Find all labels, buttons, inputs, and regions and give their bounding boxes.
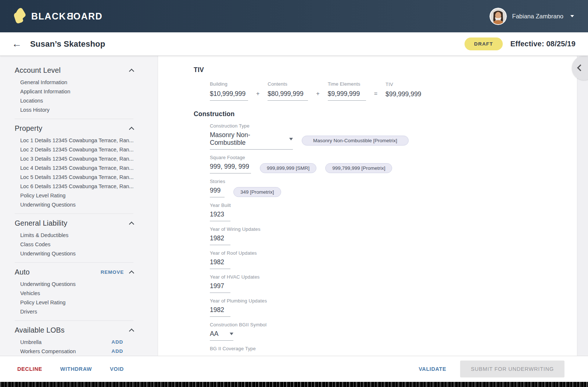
square-footage-field: Square Footage 999, 999, 999 999,899,999… [210,155,588,173]
brand-logo: BLACKBOARD [13,7,103,25]
page-header: ← Susan’s Skateshop DRAFT Effective: 08/… [0,32,588,56]
sidebar-item-loc-6[interactable]: Loc 6 Details 12345 Cowabunga Terrace, R… [15,182,133,191]
tiv-time-elements-field: Time Elements $9,999,999 [328,81,366,101]
sidebar-item-workers-compensation[interactable]: Workers Compensation ADD [15,347,133,356]
construction-type-field: Construction Type Masonry Non-Combustibl… [210,123,588,150]
sidebar-item-limits-deductibles[interactable]: Limits & Deductibles [15,230,133,240]
void-button[interactable]: VOID [110,366,124,372]
sidebar-item-loc-4[interactable]: Loc 4 Details 12345 Cowabunga Terrace, R… [15,163,133,172]
tiv-section-heading: TIV [194,66,588,74]
sidebar-item-loc-5[interactable]: Loc 5 Details 12345 Cowabunga Terrace, R… [15,172,133,182]
square-footage-input[interactable]: 999, 999, 999 [210,163,251,173]
sidebar-item-loss-history[interactable]: Loss History [15,105,133,114]
status-badge: DRAFT [465,37,503,50]
chevron-up-icon[interactable] [129,68,134,74]
chevron-left-icon [577,64,584,71]
top-navbar: BLACKBOARD Fabiana Zambrano [0,0,588,32]
field-label: Construction Type [210,123,588,129]
year-roof-updates-input[interactable]: 1982 [210,258,230,269]
remove-auto-button[interactable]: REMOVE [101,269,124,275]
user-avatar[interactable] [490,8,507,25]
sidebar-section-account-level: Account Level General Information Applic… [0,65,158,114]
field-label: Year Built [210,203,588,208]
sidebar-item-drivers[interactable]: Drivers [15,307,133,316]
field-label: Construction BGII Symbol [210,322,588,327]
add-umbrella-button[interactable]: ADD [111,339,123,345]
year-hvac-updates-input[interactable]: 1997 [210,282,230,293]
submit-for-underwriting-button[interactable]: SUBMIT FOR UNDERWRITING [460,361,564,377]
back-arrow-icon[interactable]: ← [12,39,22,49]
sidebar-item-general-information[interactable]: General Information [15,78,133,87]
page-title: Susan’s Skateshop [30,39,105,49]
dropdown-caret-icon [289,138,293,140]
sidebar-item-umbrella[interactable]: Umbrella ADD [15,337,133,347]
tiv-contents-field: Contents $80,999,999 [268,81,308,101]
sidebar-item-policy-level-rating[interactable]: Policy Level Rating [15,191,133,200]
stories-input[interactable]: 999 [210,187,225,197]
sidebar-heading-available-lobs[interactable]: Available LOBs [15,325,133,335]
divider [15,320,133,321]
construction-bgii-symbol-select[interactable]: AA [210,330,233,341]
sidebar-item-vehicles[interactable]: Vehicles [15,289,133,298]
add-workers-compensation-button[interactable]: ADD [111,348,123,354]
bgii-coverage-type-field: BG II Coverage Type [210,346,588,351]
year-wiring-updates-field: Year of Wiring Updates 1982 [210,226,588,245]
collapsed-side-panel[interactable] [577,56,588,356]
divider [15,262,133,263]
plus-operator: + [256,90,259,101]
sidebar-item-loc-1[interactable]: Loc 1 Details 12345 Cowabunga Terrace, R… [15,136,133,145]
sidebar-item-class-codes[interactable]: Class Codes [15,240,133,249]
field-label: Time Elements [328,81,366,87]
sidebar-heading-property[interactable]: Property [15,123,133,133]
chevron-up-icon[interactable] [129,126,134,132]
chevron-up-icon[interactable] [129,328,134,333]
decline-button[interactable]: DECLINE [17,366,42,372]
sidebar-section-auto: Auto REMOVE Underwriting Questions Vehic… [0,267,158,316]
field-label: BG II Coverage Type [210,346,588,351]
sidebar-heading-general-liability[interactable]: General Liability [15,218,133,228]
dropdown-caret-icon [230,333,233,335]
sidebar-item-loc-3[interactable]: Loc 3 Details 12345 Cowabunga Terrace, R… [15,154,133,163]
field-label: Year of Roof Updates [210,250,588,256]
prometrix-chip: 349 [Prometrix] [233,187,281,197]
equals-operator: = [374,90,377,101]
field-label: Building [210,81,248,87]
prometrix-chip: Masonry Non-Combustible [Prometrix] [302,136,409,146]
time-elements-input[interactable]: $9,999,999 [328,90,366,101]
validate-button[interactable]: VALIDATE [419,366,446,372]
tiv-total-value: $99,999,999 [386,90,421,101]
sidebar-item-applicant-information[interactable]: Applicant Information [15,87,133,96]
sidebar-item-underwriting-questions[interactable]: Underwriting Questions [15,200,133,209]
sidebar-section-property: Property Loc 1 Details 12345 Cowabunga T… [0,123,158,209]
withdraw-button[interactable]: WITHDRAW [60,366,92,372]
effective-date: Effective: 08/25/19 [510,40,576,48]
divider [15,214,133,214]
sidebar-item-locations[interactable]: Locations [15,96,133,105]
user-name[interactable]: Fabiana Zambrano [512,13,563,20]
year-built-input[interactable]: 1923 [210,211,230,221]
year-plumbing-updates-input[interactable]: 1982 [210,306,230,317]
sidebar-section-general-liability: General Liability Limits & Deductibles C… [0,218,158,258]
plus-operator: + [316,90,319,101]
tiv-total-field: TIV $99,999,999 [386,82,421,101]
sidebar-item-underwriting-questions[interactable]: Underwriting Questions [15,279,133,289]
construction-bgii-symbol-field: Construction BGII Symbol AA [210,322,588,341]
contents-input[interactable]: $80,999,999 [268,90,308,101]
chevron-up-icon[interactable] [129,270,134,275]
year-wiring-updates-input[interactable]: 1982 [210,234,230,245]
sidebar-item-underwriting-questions[interactable]: Underwriting Questions [15,249,133,258]
sidebar-section-available-lobs: Available LOBs Umbrella ADD Workers Comp… [0,325,158,356]
construction-type-select[interactable]: Masonry Non-Combustible [210,131,293,150]
panel-expand-button[interactable] [572,56,588,80]
building-input[interactable]: $10,999,999 [210,90,248,101]
user-menu-caret-icon[interactable] [570,15,574,17]
tiv-formula-row: Building $10,999,999 + Contents $80,999,… [210,81,588,101]
action-bar: DECLINE WITHDRAW VOID VALIDATE SUBMIT FO… [0,356,588,382]
sidebar-item-loc-2[interactable]: Loc 2 Details 12345 Cowabunga Terrace, R… [15,145,133,154]
sidebar-heading-account-level[interactable]: Account Level [15,65,133,75]
divider [15,119,133,119]
brand-chalk-icon [13,7,26,25]
chevron-up-icon[interactable] [129,221,134,226]
sidebar-heading-auto[interactable]: Auto REMOVE [15,267,133,277]
sidebar-item-policy-level-rating[interactable]: Policy Level Rating [15,298,133,307]
